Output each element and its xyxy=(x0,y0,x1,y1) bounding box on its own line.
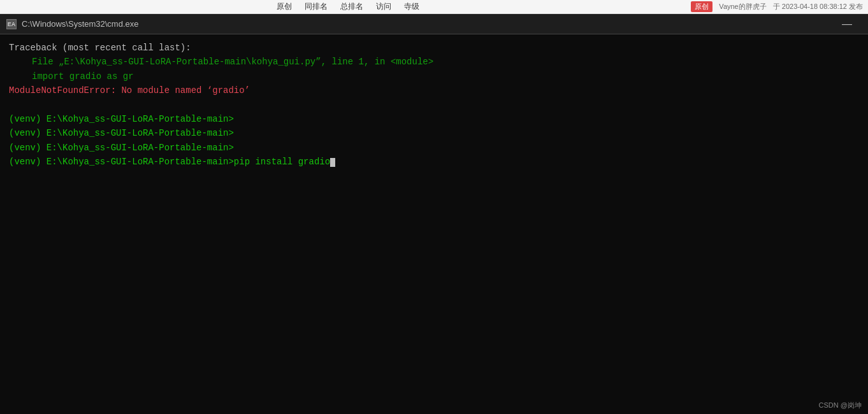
nav-same-rank[interactable]: 同排名 xyxy=(305,1,328,12)
original-badge: 原创 xyxy=(691,1,712,12)
line-3: import gradio as gr xyxy=(9,69,859,83)
line-1: Traceback (most recent call last): xyxy=(9,41,859,55)
cursor xyxy=(330,158,335,167)
cmd-title-text: C:\Windows\System32\cmd.exe xyxy=(22,19,832,29)
cmd-icon: EA xyxy=(6,19,17,29)
nav-visit[interactable]: 访问 xyxy=(376,1,391,12)
nav-total-rank[interactable]: 总排名 xyxy=(340,1,363,12)
cmd-controls: — xyxy=(832,14,862,34)
cmd-window: EA C:\Windows\System32\cmd.exe — Traceba… xyxy=(0,14,868,414)
nav-temple[interactable]: 寺级 xyxy=(404,1,419,12)
line-8: (venv) E:\Kohya_ss-GUI-LoRA-Portable-mai… xyxy=(9,155,859,169)
line-blank xyxy=(9,98,859,112)
line-2: File „E:\Kohya_ss-GUI-LoRA-Portable-main… xyxy=(9,55,859,69)
top-nav: 原创 同排名 总排名 访问 寺级 xyxy=(5,1,691,12)
nav-original[interactable]: 原创 xyxy=(277,1,292,12)
timestamp: 于 2023-04-18 08:38:12 发布 xyxy=(773,2,863,11)
minimize-button[interactable]: — xyxy=(832,14,862,34)
line-7: (venv) E:\Kohya_ss-GUI-LoRA-Portable-mai… xyxy=(9,141,859,155)
top-bar: 原创 同排名 总排名 访问 寺级 原创 Vayne的胖虎子 于 2023-04-… xyxy=(0,0,868,14)
username: Vayne的胖虎子 xyxy=(719,2,766,11)
cmd-content: Traceback (most recent call last): File … xyxy=(0,34,868,414)
top-bar-right: 原创 Vayne的胖虎子 于 2023-04-18 08:38:12 发布 xyxy=(691,1,863,12)
cmd-icon-label: EA xyxy=(8,21,16,27)
line-4: ModuleNotFoundError: No module named ‘gr… xyxy=(9,83,859,97)
watermark: CSDN @岗坤 xyxy=(819,401,862,410)
line-5: (venv) E:\Kohya_ss-GUI-LoRA-Portable-mai… xyxy=(9,112,859,126)
cmd-titlebar: EA C:\Windows\System32\cmd.exe — xyxy=(0,14,868,34)
line-6: (venv) E:\Kohya_ss-GUI-LoRA-Portable-mai… xyxy=(9,126,859,140)
